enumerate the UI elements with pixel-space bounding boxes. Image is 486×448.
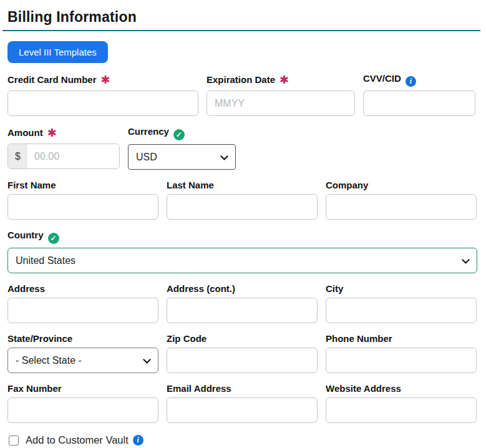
address-label: Address (7, 283, 158, 294)
credit-card-number-label: Credit Card Number✱ (7, 73, 198, 87)
credit-card-number-input[interactable] (7, 90, 198, 116)
add-to-customer-vault-checkbox[interactable] (9, 436, 19, 446)
field-fax: Fax Number (7, 383, 158, 423)
currency-label: Currency✓ (128, 126, 236, 140)
country-select[interactable]: United States (7, 248, 477, 273)
phone-label: Phone Number (326, 333, 477, 344)
info-icon[interactable]: i (406, 76, 416, 87)
amount-input-group: $ (7, 144, 120, 169)
company-label: Company (326, 180, 477, 190)
last-name-label: Last Name (167, 180, 318, 190)
state-select-wrap: - Select State - (7, 348, 158, 373)
website-label: Website Address (326, 383, 477, 394)
row-card-details: Credit Card Number✱ Expiration Date✱ CVV… (7, 73, 477, 116)
row-name-company: First Name Last Name Company (7, 180, 477, 220)
first-name-input[interactable] (7, 194, 158, 220)
field-city: City (326, 283, 477, 323)
field-state: State/Province - Select State - (7, 333, 158, 373)
field-phone: Phone Number (326, 333, 477, 373)
country-label-text: Country (7, 230, 44, 240)
level-iii-templates-button[interactable]: Level III Templates (7, 41, 108, 63)
dollar-sign-addon: $ (8, 144, 27, 168)
expiration-date-label: Expiration Date✱ (207, 73, 355, 87)
row-amount-currency: Amount✱ $ Currency✓ USD (7, 126, 477, 170)
cvv-label: CVV/CIDi (363, 73, 475, 87)
required-asterisk-icon: ✱ (47, 127, 57, 139)
page-header: Billing Information (2, 9, 480, 31)
required-asterisk-icon: ✱ (279, 74, 289, 86)
field-last-name: Last Name (167, 180, 318, 220)
state-select[interactable]: - Select State - (7, 348, 158, 373)
row-address: Address Address (cont.) City (7, 283, 477, 323)
state-label: State/Province (7, 333, 158, 344)
field-expiration-date: Expiration Date✱ (207, 73, 355, 116)
website-input[interactable] (326, 397, 477, 423)
phone-input[interactable] (326, 348, 477, 373)
row-fax-email-website: Fax Number Email Address Website Address (7, 383, 477, 423)
customer-vault-row: Add to Customer Vault i (7, 434, 477, 446)
zip-input[interactable] (167, 348, 318, 373)
field-amount: Amount✱ $ (7, 126, 120, 170)
field-credit-card-number: Credit Card Number✱ (7, 73, 198, 116)
city-input[interactable] (326, 298, 477, 323)
cvv-input[interactable] (363, 90, 475, 116)
billing-information-page: Billing Information Level III Templates … (0, 9, 486, 446)
email-input[interactable] (167, 397, 318, 423)
row-state-zip-phone: State/Province - Select State - Zip Code… (7, 333, 477, 373)
first-name-label: First Name (7, 180, 158, 190)
amount-label: Amount✱ (7, 126, 120, 140)
field-company: Company (326, 180, 477, 220)
info-icon[interactable]: i (133, 435, 143, 446)
credit-card-number-label-text: Credit Card Number (7, 74, 97, 85)
country-label: Country✓ (7, 230, 477, 244)
field-first-name: First Name (7, 180, 158, 220)
row-country: Country✓ United States (7, 230, 477, 273)
address-cont-input[interactable] (167, 298, 318, 323)
address-cont-label: Address (cont.) (167, 283, 318, 294)
zip-label: Zip Code (167, 333, 318, 344)
currency-label-text: Currency (128, 126, 169, 137)
field-country: Country✓ United States (7, 230, 477, 273)
email-label: Email Address (167, 383, 318, 394)
cvv-label-text: CVV/CID (363, 73, 401, 84)
billing-form: Level III Templates Credit Card Number✱ … (0, 31, 486, 446)
page-title: Billing Information (7, 9, 480, 26)
add-to-customer-vault-label: Add to Customer Vault (26, 434, 129, 446)
country-select-wrap: United States (7, 248, 477, 273)
currency-select[interactable]: USD (128, 144, 236, 170)
fax-label: Fax Number (7, 383, 158, 394)
field-zip: Zip Code (167, 333, 318, 373)
expiration-date-input[interactable] (207, 90, 355, 116)
amount-input[interactable] (27, 144, 119, 168)
field-currency: Currency✓ USD (128, 126, 236, 170)
field-website: Website Address (326, 383, 477, 423)
amount-label-text: Amount (7, 127, 43, 138)
currency-select-wrap: USD (128, 144, 236, 170)
valid-check-icon: ✓ (48, 233, 59, 244)
field-address-cont: Address (cont.) (167, 283, 318, 323)
expiration-date-label-text: Expiration Date (207, 74, 275, 85)
address-input[interactable] (7, 298, 158, 323)
company-input[interactable] (326, 194, 477, 220)
field-cvv: CVV/CIDi (363, 73, 475, 116)
last-name-input[interactable] (167, 194, 318, 220)
fax-input[interactable] (7, 397, 158, 423)
field-address: Address (7, 283, 158, 323)
field-email: Email Address (167, 383, 318, 423)
city-label: City (326, 283, 477, 294)
valid-check-icon: ✓ (173, 129, 185, 140)
required-asterisk-icon: ✱ (101, 74, 110, 86)
